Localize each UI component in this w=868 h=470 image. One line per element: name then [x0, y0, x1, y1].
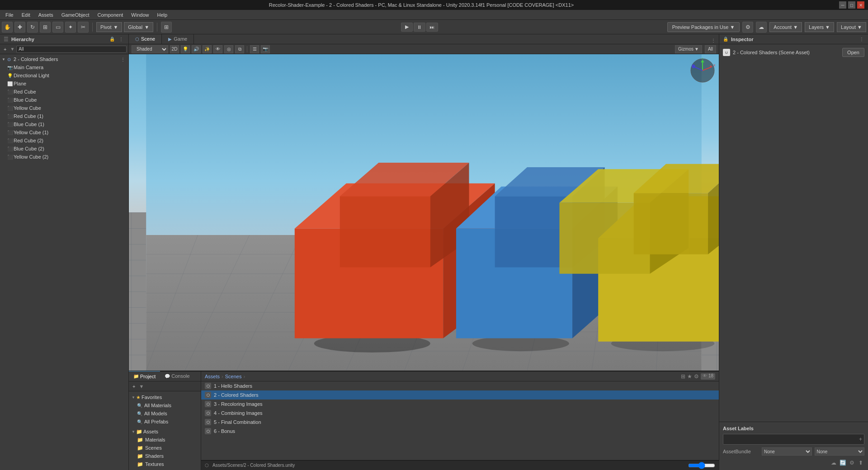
assets-section[interactable]: ▼ 📁 Assets: [130, 428, 200, 436]
scene-view-area[interactable]: Y X Z: [129, 54, 719, 371]
hier-red-cube-2[interactable]: ⬛ Red Cube (2): [0, 136, 128, 145]
file-item-5[interactable]: ⬡ 5 - Final Combination: [201, 418, 719, 427]
tool-hand[interactable]: ✋: [2, 22, 13, 33]
zoom-slider[interactable]: [688, 463, 715, 468]
menu-component[interactable]: Component: [94, 11, 127, 19]
file-browser-toggle-2[interactable]: ★: [687, 373, 692, 380]
menu-file[interactable]: File: [2, 11, 17, 19]
global-dropdown[interactable]: Global ▼: [124, 22, 153, 32]
inspector-lock-button[interactable]: 🔒: [722, 36, 729, 43]
inspector-more-button[interactable]: ⋮: [858, 36, 865, 43]
menu-help[interactable]: Help: [153, 11, 171, 19]
cloud-button[interactable]: ☁: [756, 22, 767, 33]
maximize-button[interactable]: □: [848, 1, 855, 9]
account-dropdown[interactable]: Account ▼: [769, 22, 802, 32]
tool-move[interactable]: ✚: [14, 22, 25, 33]
file-item-2[interactable]: ⬡ 2 - Colored Shaders: [201, 390, 719, 400]
hierarchy-add-button[interactable]: +: [2, 46, 8, 53]
tool-combined[interactable]: ✦: [65, 22, 76, 33]
gizmos-dropdown[interactable]: Gizmos ▼: [675, 45, 702, 53]
tab-project[interactable]: 📁 Project: [129, 371, 160, 381]
layout-dropdown[interactable]: Layout ▼: [837, 22, 866, 32]
tool-scale[interactable]: ⊞: [40, 22, 51, 33]
favorites-section[interactable]: ▼ ★ Favorites: [130, 393, 200, 401]
2d-toggle[interactable]: 2D: [170, 45, 179, 53]
hier-scene-menu[interactable]: ⋮: [119, 56, 127, 63]
hierarchy-lock-button[interactable]: 🔒: [108, 36, 116, 43]
camera-icon-btn[interactable]: 📷: [261, 45, 270, 53]
all-prefabs-item[interactable]: 🔍 All Prefabs: [130, 418, 200, 426]
close-button[interactable]: ✕: [857, 1, 864, 9]
tab-scene[interactable]: ⬡ Scene: [129, 34, 162, 44]
menu-gameobject[interactable]: GameObject: [58, 11, 93, 19]
extra-tool[interactable]: ⊞: [161, 22, 172, 33]
effects-btn[interactable]: ✨: [203, 45, 212, 53]
render-path-btn[interactable]: ☰: [250, 45, 259, 53]
tool-custom[interactable]: ✂: [78, 22, 89, 33]
hier-blue-cube-1[interactable]: ⬛ Blue Cube (1): [0, 120, 128, 128]
file-item-6[interactable]: ⬡ 6 - Bonus: [201, 427, 719, 436]
play-button[interactable]: ▶: [401, 23, 413, 32]
preview-packages-button[interactable]: Preview Packages in Use ▼: [667, 22, 740, 32]
insp-icon-btn-3[interactable]: ⚙: [848, 459, 855, 466]
menu-edit[interactable]: Edit: [18, 11, 34, 19]
pivot-dropdown[interactable]: Pivot ▼: [96, 22, 122, 32]
settings-icon-button[interactable]: ⚙: [742, 22, 753, 33]
step-button[interactable]: ⏭: [426, 23, 438, 32]
hierarchy-more-button[interactable]: ⋮: [118, 36, 125, 43]
spritemode-btn[interactable]: ⧉: [235, 45, 244, 53]
file-browser-toggle-3[interactable]: ⚙: [694, 373, 699, 380]
layers-dropdown[interactable]: Layers ▼: [805, 22, 834, 32]
file-browser-toggle-1[interactable]: ⊞: [681, 373, 685, 380]
hidden-meshes-btn[interactable]: 👁: [213, 45, 222, 53]
sep2: [157, 23, 157, 32]
hier-cube-icon-yellow: ⬛: [7, 106, 14, 111]
hier-plane[interactable]: ⬜ Plane: [0, 80, 128, 88]
shading-mode-select[interactable]: Shaded Wireframe: [132, 45, 168, 53]
insp-icon-btn-2[interactable]: 🔄: [839, 459, 846, 466]
insp-icon-btn-1[interactable]: ☁: [830, 459, 837, 466]
hier-directional-light[interactable]: 💡 Directional Light: [0, 71, 128, 80]
hier-red-cube[interactable]: ⬛ Red Cube: [0, 88, 128, 96]
hier-blue-cube[interactable]: ⬛ Blue Cube: [0, 96, 128, 104]
hier-yellow-cube-1[interactable]: ⬛ Yellow Cube (1): [0, 128, 128, 136]
scene-more-button[interactable]: ⋮: [710, 37, 717, 44]
tool-rotate[interactable]: ↻: [27, 22, 38, 33]
all-materials-item[interactable]: 🔍 All Materials: [130, 401, 200, 409]
all-layers-dropdown[interactable]: All: [705, 45, 716, 53]
materials-item[interactable]: 📁 Materials: [130, 436, 200, 444]
hier-main-camera[interactable]: 📷 Main Camera: [0, 63, 128, 71]
textures-item[interactable]: 📁 Textures: [130, 460, 200, 468]
file-item-4[interactable]: ⬡ 4 - Combining Images: [201, 409, 719, 418]
hier-blue-cube-2[interactable]: ⬛ Blue Cube (2): [0, 145, 128, 153]
project-add-button[interactable]: +: [131, 383, 137, 390]
scenes-item[interactable]: 📁 Scenes: [130, 444, 200, 452]
asset-bundle-select-1[interactable]: None: [762, 447, 812, 456]
menu-window[interactable]: Window: [127, 11, 152, 19]
shaders-item[interactable]: 📁 Shaders: [130, 452, 200, 460]
minimize-button[interactable]: ─: [839, 1, 846, 9]
hier-scene-root[interactable]: ▼ ⊙ 2 - Colored Shaders ⋮: [0, 55, 128, 63]
all-models-item[interactable]: 🔍 All Models: [130, 409, 200, 418]
file-item-3[interactable]: ⬡ 3 - Recoloring Images: [201, 400, 719, 409]
open-scene-button[interactable]: Open: [842, 48, 864, 57]
hier-cube-icon-blue-2: ⬛: [7, 146, 14, 151]
asset-labels-area[interactable]: +: [723, 434, 864, 445]
hier-yellow-cube[interactable]: ⬛ Yellow Cube: [0, 104, 128, 112]
hier-yellow-cube-2[interactable]: ⬛ Yellow Cube (2): [0, 153, 128, 161]
particles-btn[interactable]: ◎: [224, 45, 233, 53]
hier-red-cube-1[interactable]: ⬛ Red Cube (1): [0, 112, 128, 120]
tool-rect[interactable]: ▭: [52, 22, 63, 33]
hierarchy-search-input[interactable]: [16, 46, 127, 53]
audio-btn[interactable]: 🔊: [192, 45, 201, 53]
pause-button[interactable]: ⏸: [414, 23, 425, 32]
breadcrumb-assets[interactable]: Assets: [205, 374, 220, 379]
breadcrumb-scenes[interactable]: Scenes: [225, 374, 242, 379]
tab-console[interactable]: 💬 Console: [160, 371, 194, 381]
lighting-btn[interactable]: 💡: [181, 45, 190, 53]
asset-bundle-select-2[interactable]: None: [815, 447, 865, 456]
file-item-1[interactable]: ⬡ 1 - Hello Shaders: [201, 381, 719, 390]
menu-assets[interactable]: Assets: [35, 11, 57, 19]
insp-icon-btn-4[interactable]: ⬆: [857, 459, 864, 466]
tab-game[interactable]: ▶ Game: [162, 34, 194, 44]
